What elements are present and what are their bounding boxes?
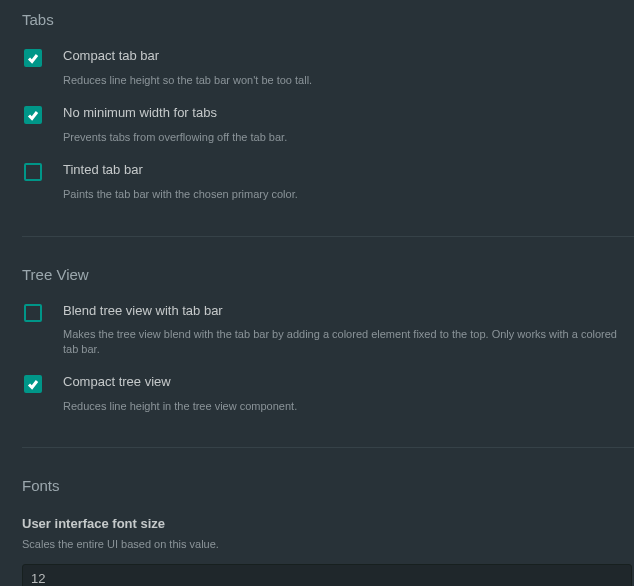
- option-label: Tinted tab bar: [63, 162, 634, 179]
- checkbox-tinted-tab-bar[interactable]: [24, 163, 42, 181]
- divider: [22, 236, 634, 237]
- check-icon: [27, 109, 39, 121]
- section-tree-view: Tree View Blend tree view with tab bar M…: [0, 255, 634, 449]
- option-desc: Makes the tree view blend with the tab b…: [63, 327, 634, 356]
- option-desc: Prevents tabs from overflowing off the t…: [63, 130, 634, 144]
- option-no-min-width-tabs: No minimum width for tabs Prevents tabs …: [22, 105, 634, 144]
- divider: [22, 447, 634, 448]
- setting-desc: Scales the entire UI based on this value…: [22, 538, 612, 550]
- checkbox-blend-tree-view[interactable]: [24, 304, 42, 322]
- section-heading-fonts: Fonts: [22, 466, 634, 494]
- checkbox-compact-tree-view[interactable]: [24, 375, 42, 393]
- option-text: Tinted tab bar Paints the tab bar with t…: [63, 162, 634, 201]
- section-heading-tabs: Tabs: [22, 0, 634, 28]
- option-desc: Reduces line height in the tree view com…: [63, 399, 634, 413]
- option-compact-tree-view: Compact tree view Reduces line height in…: [22, 374, 634, 413]
- checkbox-compact-tab-bar[interactable]: [24, 49, 42, 67]
- option-label: Compact tree view: [63, 374, 634, 391]
- option-label: Blend tree view with tab bar: [63, 303, 634, 320]
- option-blend-tree-view: Blend tree view with tab bar Makes the t…: [22, 303, 634, 356]
- check-icon: [27, 378, 39, 390]
- ui-font-size-input[interactable]: [22, 564, 632, 586]
- section-fonts: Fonts User interface font size Scales th…: [0, 466, 634, 586]
- check-icon: [27, 52, 39, 64]
- checkbox-no-min-width-tabs[interactable]: [24, 106, 42, 124]
- setting-ui-font-size: User interface font size Scales the enti…: [22, 516, 634, 586]
- option-text: No minimum width for tabs Prevents tabs …: [63, 105, 634, 144]
- section-tabs: Tabs Compact tab bar Reduces line height…: [0, 0, 634, 237]
- section-heading-tree-view: Tree View: [22, 255, 634, 283]
- setting-label: User interface font size: [22, 516, 612, 531]
- option-text: Compact tab bar Reduces line height so t…: [63, 48, 634, 87]
- option-text: Blend tree view with tab bar Makes the t…: [63, 303, 634, 356]
- option-desc: Reduces line height so the tab bar won't…: [63, 73, 634, 87]
- option-compact-tab-bar: Compact tab bar Reduces line height so t…: [22, 48, 634, 87]
- option-label: No minimum width for tabs: [63, 105, 634, 122]
- option-label: Compact tab bar: [63, 48, 634, 65]
- option-tinted-tab-bar: Tinted tab bar Paints the tab bar with t…: [22, 162, 634, 201]
- option-text: Compact tree view Reduces line height in…: [63, 374, 634, 413]
- option-desc: Paints the tab bar with the chosen prima…: [63, 187, 634, 201]
